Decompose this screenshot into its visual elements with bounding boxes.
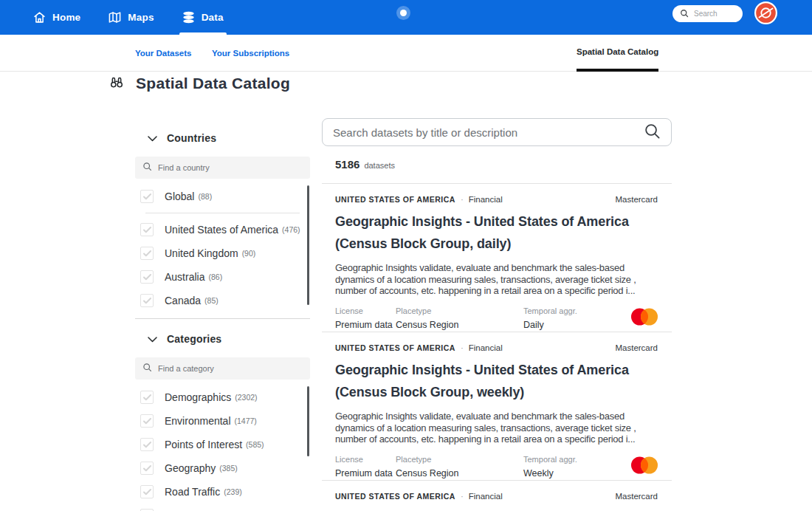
count-badge: (239)	[224, 487, 242, 496]
categories-section-title: Categories	[167, 333, 221, 345]
results-count: 5186 datasets	[335, 158, 672, 173]
spatial-data-catalog-page: Home Maps Data Your Datasets Your Sub	[0, 0, 812, 511]
count-badge: (90)	[242, 249, 256, 258]
country-search-input[interactable]	[158, 163, 303, 172]
meta-label: Placetype	[396, 455, 523, 464]
results-panel: 5186 datasets UNITED STATES OF AMERICA ·…	[322, 118, 672, 511]
category-option-demographics[interactable]: Demographics (2302)	[135, 385, 310, 409]
meta-label: Temporal aggr.	[523, 306, 631, 315]
card-title[interactable]: Geographic Insights - United States of A…	[335, 210, 658, 255]
dataset-search[interactable]	[322, 118, 672, 146]
meta-value: Census Region	[396, 468, 523, 479]
secondary-tab-bar: Your Datasets Your Subscriptions Spatial…	[0, 35, 812, 72]
nav-item-data[interactable]: Data	[182, 0, 224, 35]
binoculars-icon	[109, 75, 124, 92]
meta-value: Census Region	[396, 320, 523, 330]
dataset-cards: UNITED STATES OF AMERICA · Financial Mas…	[322, 183, 672, 511]
dataset-card-daily[interactable]: UNITED STATES OF AMERICA · Financial Mas…	[322, 183, 672, 332]
dataset-search-input[interactable]	[333, 126, 644, 139]
count-badge: (2302)	[235, 393, 257, 402]
tab-spatial-data-catalog[interactable]: Spatial Data Catalog	[577, 35, 658, 72]
mastercard-logo-icon	[631, 456, 658, 477]
checkbox-icon[interactable]	[140, 247, 154, 260]
country-option-usa[interactable]: United States of America (476)	[135, 218, 310, 241]
card-country: UNITED STATES OF AMERICA	[335, 492, 455, 501]
search-icon[interactable]	[644, 123, 661, 143]
card-provider: Mastercard	[615, 492, 658, 501]
checkbox-icon[interactable]	[140, 414, 154, 428]
meta-label: License	[335, 306, 396, 315]
chevron-down-icon	[148, 131, 157, 145]
country-option-global[interactable]: Global (88)	[135, 185, 310, 208]
checkbox-icon[interactable]	[140, 190, 154, 203]
country-option-canada[interactable]: Canada (85)	[135, 289, 310, 312]
country-option-uk[interactable]: United Kingdom (90)	[135, 241, 310, 265]
page-header: Spatial Data Catalog	[109, 75, 290, 92]
search-icon	[142, 362, 152, 375]
dataset-card-partial[interactable]: UNITED STATES OF AMERICA · Financial Mas…	[322, 480, 672, 511]
card-provider: Mastercard	[615, 195, 658, 204]
mastercard-logo-icon	[631, 308, 658, 329]
dot-separator: ·	[461, 492, 464, 501]
checkbox-icon[interactable]	[140, 391, 154, 404]
count-badge: (476)	[282, 225, 300, 234]
notification-dot	[400, 10, 407, 16]
categories-section-toggle[interactable]: Categories	[135, 319, 310, 357]
countries-section-toggle[interactable]: Countries	[135, 118, 310, 157]
global-search[interactable]	[672, 5, 743, 22]
countries-section-title: Countries	[167, 132, 216, 144]
filters-sidebar: Countries Global (88) United States of A…	[135, 118, 310, 511]
card-title[interactable]: Geographic Insights - United States of A…	[335, 359, 658, 403]
tab-your-datasets[interactable]: Your Datasets	[135, 35, 191, 72]
meta-value: Weekly	[523, 468, 631, 479]
category-option-road-traffic[interactable]: Road Traffic (239)	[135, 480, 310, 504]
global-search-input[interactable]	[694, 10, 734, 18]
category-option-points-of-interest[interactable]: Points of Interest (585)	[135, 433, 310, 456]
nav-item-maps[interactable]: Maps	[109, 0, 154, 35]
countries-scrollbar[interactable]	[307, 185, 309, 305]
card-country: UNITED STATES OF AMERICA	[335, 195, 455, 204]
category-option-geography[interactable]: Geography (385)	[135, 456, 310, 480]
map-icon	[109, 11, 121, 24]
user-avatar[interactable]	[754, 1, 777, 24]
country-search[interactable]	[135, 157, 310, 179]
count-badge: (385)	[219, 464, 238, 473]
card-category: Financial	[469, 195, 503, 204]
nav-item-label: Maps	[128, 12, 154, 23]
checkbox-icon[interactable]	[140, 270, 154, 284]
search-icon	[680, 7, 689, 21]
divider	[145, 213, 300, 213]
count-badge: (1477)	[235, 416, 257, 425]
search-icon	[142, 161, 152, 174]
meta-label: License	[335, 455, 396, 464]
database-icon	[182, 11, 195, 24]
dataset-card-weekly[interactable]: UNITED STATES OF AMERICA · Financial Mas…	[322, 332, 672, 480]
checkbox-icon[interactable]	[140, 485, 154, 498]
page-title: Spatial Data Catalog	[136, 75, 290, 92]
checkbox-icon[interactable]	[140, 223, 154, 236]
meta-value: Daily	[523, 320, 631, 330]
top-navigation-bar: Home Maps Data	[0, 0, 812, 35]
card-category: Financial	[469, 492, 503, 501]
checkbox-icon[interactable]	[140, 462, 154, 475]
category-option-financial[interactable]: Financial	[135, 504, 310, 511]
tab-your-subscriptions[interactable]: Your Subscriptions	[212, 35, 289, 72]
meta-value: Premium data	[335, 468, 396, 479]
checkbox-icon[interactable]	[140, 438, 154, 451]
count-badge: (585)	[246, 440, 264, 449]
meta-label: Placetype	[396, 306, 523, 315]
card-country: UNITED STATES OF AMERICA	[335, 343, 455, 352]
category-option-environmental[interactable]: Environmental (1477)	[135, 409, 310, 433]
category-search-input[interactable]	[158, 364, 303, 373]
categories-list: Demographics (2302) Environmental (1477)…	[135, 380, 310, 511]
category-search[interactable]	[135, 357, 310, 380]
dot-separator: ·	[461, 343, 464, 352]
country-option-australia[interactable]: Australia (86)	[135, 265, 310, 289]
nav-item-home[interactable]: Home	[33, 0, 80, 35]
meta-value: Premium data	[335, 320, 396, 330]
meta-label: Temporal aggr.	[523, 455, 631, 464]
categories-scrollbar[interactable]	[307, 386, 309, 456]
home-icon	[33, 11, 46, 24]
card-description: Geographic Insights validate, evaluate a…	[335, 411, 658, 445]
checkbox-icon[interactable]	[140, 294, 154, 307]
